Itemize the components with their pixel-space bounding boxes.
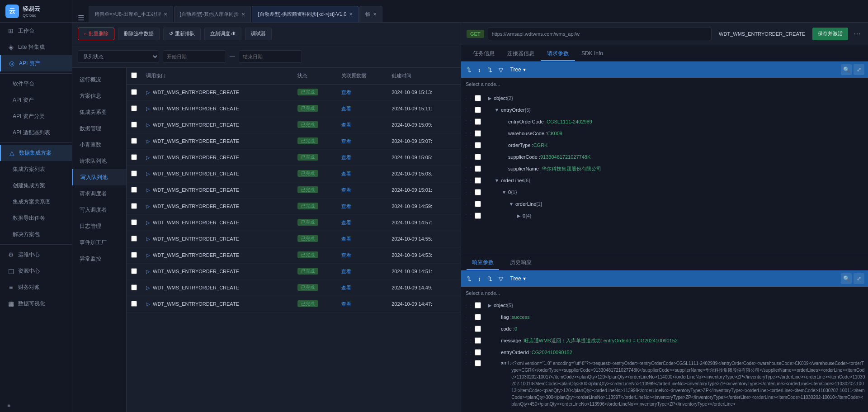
sub-nav-anomaly-monitor[interactable]: 异常监控: [72, 251, 126, 267]
sidebar-item-data-integration[interactable]: △ 数据集成方案: [0, 145, 72, 161]
sub-nav-solution-info[interactable]: 方案信息: [72, 88, 126, 104]
debug-button[interactable]: 调试器: [245, 28, 272, 40]
tab-sdk-info[interactable]: SDK Info: [575, 47, 609, 61]
expand-all-icon[interactable]: ⇅: [465, 275, 473, 283]
row-checkbox[interactable]: [131, 154, 137, 160]
expand-icon[interactable]: ▼: [494, 178, 500, 183]
queue-status-filter[interactable]: 队列状态: [78, 50, 159, 63]
tree-search-button[interactable]: 🔍: [841, 64, 852, 75]
view-link[interactable]: 查看: [341, 138, 351, 144]
select-all-checkbox[interactable]: [131, 72, 137, 78]
drag-handle-icon[interactable]: ⋮⋮: [464, 202, 473, 207]
schedule-button[interactable]: 立刻调度 dt: [204, 28, 241, 40]
drag-handle-icon[interactable]: ⋮⋮: [464, 155, 473, 160]
sub-nav-data-mgmt[interactable]: 数据管理: [72, 120, 126, 137]
sidebar-item-api-assets[interactable]: ◎ API 资产: [0, 55, 72, 71]
tab-connector-info[interactable]: 连接器信息: [501, 47, 541, 61]
sub-nav-log-mgmt[interactable]: 日志管理: [72, 218, 126, 234]
requeue-button[interactable]: ↺ 重新排队: [163, 28, 201, 40]
sort-icon[interactable]: ⇅: [486, 66, 494, 74]
view-link[interactable]: 查看: [341, 252, 351, 258]
sidebar-item-lite[interactable]: ◈ Lite 轻集成: [0, 39, 72, 55]
row-checkbox[interactable]: [131, 236, 137, 242]
menu-icon[interactable]: ☰: [78, 14, 88, 22]
tree-expand-button[interactable]: ⤢: [854, 64, 864, 75]
row-checkbox[interactable]: [131, 268, 137, 274]
tree-node-checkbox[interactable]: [475, 360, 481, 366]
sidebar-bottom-toggle[interactable]: ≡: [0, 398, 72, 412]
view-link[interactable]: 查看: [341, 122, 351, 128]
sub-nav-event-factory[interactable]: 事件加工厂: [72, 234, 126, 251]
drag-handle-icon[interactable]: ⋮⋮: [464, 166, 473, 171]
tree-node-checkbox[interactable]: [475, 107, 481, 113]
tree-node-checkbox[interactable]: [475, 314, 481, 320]
tab-response-params[interactable]: 响应参数: [467, 256, 499, 270]
row-checkbox[interactable]: [131, 89, 137, 95]
tab-close-2[interactable]: ✕: [241, 12, 245, 17]
drag-handle-icon[interactable]: ⋮⋮: [464, 213, 473, 218]
drag-handle-icon[interactable]: ⋮⋮: [464, 96, 473, 101]
sub-nav-xiao-qing[interactable]: 小青查数: [72, 137, 126, 153]
row-checkbox[interactable]: [131, 301, 137, 307]
tree-node-checkbox[interactable]: [475, 349, 481, 355]
sidebar-item-workbench[interactable]: ⊞ 工作台: [0, 23, 72, 39]
tab-2[interactable]: [自动差型]-其他入库单同步 ✕: [174, 6, 251, 22]
sub-nav-overview[interactable]: 运行概况: [72, 71, 126, 88]
view-link[interactable]: 查看: [341, 285, 351, 290]
row-checkbox[interactable]: [131, 252, 137, 258]
sidebar-item-finance[interactable]: ≡ 财务对账: [0, 279, 72, 295]
drag-handle-icon[interactable]: ⋮⋮: [464, 143, 473, 148]
expand-icon[interactable]: ▼: [501, 189, 507, 195]
tab-1[interactable]: 赔偿单=>U8-出库单_手工处理 ✕: [89, 6, 173, 22]
tab-3[interactable]: [自动差型]-供应商资料同步[kd->jst]-V1.0 ✕: [252, 6, 359, 22]
collapse-all-icon[interactable]: ↕: [476, 275, 483, 283]
tree-node-checkbox[interactable]: [475, 166, 481, 172]
view-link[interactable]: 查看: [341, 236, 351, 242]
sidebar-item-ops[interactable]: ⚙ 运维中心: [0, 246, 72, 263]
batch-delete-button[interactable]: ○ 批量删除: [78, 28, 114, 40]
expand-icon[interactable]: ▶: [486, 303, 493, 308]
view-link[interactable]: 查看: [341, 106, 351, 111]
row-checkbox[interactable]: [131, 187, 137, 193]
row-checkbox[interactable]: [131, 203, 137, 209]
tree-node-checkbox[interactable]: [475, 177, 481, 184]
view-link[interactable]: 查看: [341, 301, 351, 307]
tab-task-info[interactable]: 任务信息: [467, 47, 501, 61]
sidebar-item-solution-package[interactable]: 解决方案包: [0, 226, 72, 242]
end-date-input[interactable]: [239, 50, 302, 63]
drag-handle-icon[interactable]: ⋮⋮: [464, 178, 473, 183]
row-checkbox[interactable]: [131, 219, 137, 225]
view-link[interactable]: 查看: [341, 155, 351, 160]
response-tree-search-button[interactable]: 🔍: [841, 273, 852, 284]
row-checkbox[interactable]: [131, 284, 137, 290]
tree-node-checkbox[interactable]: [475, 130, 481, 137]
drag-handle-icon[interactable]: ⋮⋮: [464, 350, 473, 355]
expand-icon[interactable]: ▼: [508, 201, 514, 207]
sub-nav-write-pool[interactable]: 写入队列池: [72, 169, 126, 185]
drag-handle-icon[interactable]: ⋮⋮: [464, 190, 473, 195]
sidebar-item-api-category[interactable]: API 资产分类: [0, 108, 72, 124]
sub-nav-relation-map[interactable]: 集成关系图: [72, 104, 126, 120]
row-checkbox[interactable]: [131, 122, 137, 128]
sort-icon[interactable]: ⇅: [486, 275, 494, 283]
expand-icon[interactable]: ▶: [515, 213, 522, 219]
drag-handle-icon[interactable]: ⋮⋮: [464, 327, 473, 331]
sidebar-item-software[interactable]: 软件平台: [0, 76, 72, 92]
expand-icon[interactable]: ▼: [494, 107, 500, 113]
more-options-button[interactable]: ⋯: [852, 29, 863, 38]
tab-close-3[interactable]: ✕: [349, 12, 353, 17]
tab-close-1[interactable]: ✕: [164, 12, 167, 17]
filter-icon[interactable]: ▽: [497, 66, 505, 74]
tree-node-checkbox[interactable]: [475, 189, 481, 195]
drag-handle-icon[interactable]: ⋮⋮: [464, 315, 473, 320]
sub-nav-request-pool[interactable]: 请求队列池: [72, 153, 126, 169]
sidebar-item-api[interactable]: API 资产: [0, 92, 72, 108]
tree-node-checkbox[interactable]: [475, 118, 481, 125]
response-tree-view-selector[interactable]: Tree ▾: [508, 275, 528, 283]
expand-icon[interactable]: ▶: [486, 95, 493, 101]
expand-all-icon[interactable]: ⇅: [465, 66, 473, 74]
view-link[interactable]: 查看: [341, 269, 351, 274]
view-link[interactable]: 查看: [341, 220, 351, 225]
start-date-input[interactable]: [163, 50, 226, 63]
sidebar-item-resources[interactable]: ◫ 资源中心: [0, 263, 72, 279]
